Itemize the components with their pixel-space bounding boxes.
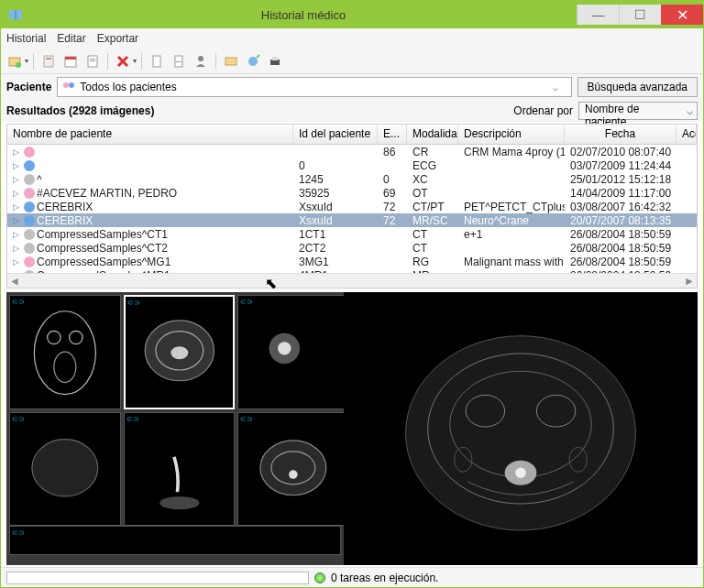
svg-point-34 [260,441,326,495]
svg-rect-0 [9,10,15,19]
svg-point-28 [170,346,188,359]
chevron-down-icon: ⌵ [553,82,567,93]
cell-mod: ECG [407,159,458,172]
patient-type-icon [24,256,35,267]
thumbnail-4[interactable]: ⊂⊃ [9,412,121,527]
svg-point-23 [48,331,60,343]
results-grid: ⬉ Nombre de paciente Id del paciente E..… [6,124,698,289]
thumbnail-strip[interactable]: ⊂⊃ [9,526,341,555]
expand-icon[interactable]: ▷ [13,216,22,225]
grid-body[interactable]: ▷86CRCRM Mama 4proy (18x02/07/2010 08:07… [7,145,697,273]
cell-desc: Malignant mass with mi [458,256,565,268]
report-button[interactable] [82,51,103,71]
col-date[interactable]: Fecha [565,125,676,144]
user-button[interactable] [191,51,211,71]
cell-e: 69 [378,187,407,200]
svg-point-37 [406,336,636,530]
svg-rect-11 [90,60,95,61]
col-e[interactable]: E... [378,125,407,144]
cell-mod: MR/SC [407,214,458,227]
svg-point-24 [70,331,82,343]
col-desc[interactable]: Descripción [458,125,565,144]
delete-button[interactable] [113,51,133,71]
svg-rect-2 [15,10,16,19]
table-row[interactable]: ▷^12450XC25/01/2012 15:12:18 [7,172,697,186]
patient-type-icon [24,188,35,199]
cell-e: 0 [378,173,407,186]
print-button[interactable] [265,51,285,71]
calendar-button[interactable] [60,51,81,71]
cell-mod: RG [407,256,458,268]
thumbnail-3[interactable]: ⊂⊃ [237,295,349,409]
expand-icon[interactable]: ▷ [13,202,22,212]
patient-type-icon [24,201,35,212]
cell-mod: CT [407,228,458,241]
thumbnail-1[interactable]: ⊂⊃ [9,295,121,409]
close-button[interactable]: ✕ [661,5,703,25]
thumbnail-2[interactable]: ⊂⊃ [124,295,236,409]
cell-mod: OT [407,187,458,200]
col-pid[interactable]: Id del paciente [293,125,378,144]
cell-name: CEREBRIX [37,201,93,213]
expand-icon[interactable]: ▷ [13,175,22,184]
delete-dropdown[interactable]: ▾ [133,57,137,65]
cell-pid: 3MG1 [293,256,378,268]
patient-combo[interactable]: Todos los pacientes ⌵ [57,77,571,97]
cell-date: 14/04/2009 11:17:00 [565,187,676,200]
svg-rect-10 [90,59,95,60]
advanced-search-button[interactable]: Búsqueda avanzada [578,77,698,97]
expand-icon[interactable]: ▷ [13,189,22,198]
col-name[interactable]: Nombre de paciente [7,125,293,144]
maximize-button[interactable]: ☐ [619,5,661,25]
table-row[interactable]: ▷86CRCRM Mama 4proy (18x02/07/2010 08:07… [7,145,697,158]
table-row[interactable]: ▷CEREBRIXXsxuId72CT/PTPET^PETCT_CTplusFE… [7,200,697,213]
thumbnail-6[interactable]: ⊂⊃ [237,412,349,527]
doc1-button[interactable] [147,51,167,71]
share-button[interactable] [243,51,263,71]
patient-type-icon [24,229,35,240]
table-row[interactable]: ▷#ACEVEZ MARTIN, PEDRO3592569OT14/04/200… [7,186,697,200]
thumbnail-5[interactable]: ⊂⊃ [124,412,236,527]
import-dropdown[interactable]: ▾ [25,57,28,65]
doc2-button[interactable] [169,51,189,71]
table-row[interactable]: ▷CompressedSamples^CT22CT2CT26/08/2004 1… [7,241,697,255]
import-button[interactable] [5,51,25,71]
cell-pid: XsxuId [293,214,378,227]
window-title: Historial médico [30,8,577,22]
send-button[interactable] [221,51,241,71]
grid-hscrollbar[interactable]: ◄► [7,273,697,288]
svg-rect-1 [16,10,22,19]
expand-icon[interactable]: ▷ [13,230,22,239]
svg-rect-5 [44,56,53,67]
table-row[interactable]: ▷CEREBRIXXsxuId72MR/SCNeuro^Crane20/07/2… [7,213,697,227]
patient-type-icon [24,174,35,185]
expand-icon[interactable]: ▷ [13,161,22,170]
table-row[interactable]: ▷CompressedSamples^CT11CT1CTe+126/08/200… [7,227,697,241]
clipboard-button[interactable] [38,51,59,71]
patient-filter-row: Paciente Todos los pacientes ⌵ Búsqueda … [1,74,703,100]
col-mod[interactable]: Modalidad [407,125,458,144]
cell-name: CompressedSamples^CT2 [37,242,168,255]
table-row[interactable]: ▷CompressedSamples^MG13MG1RGMalignant ma… [7,255,697,268]
thumbnail-panel: ⊂⊃ ⊂⊃ ⊂⊃ ⊂⊃ ⊂⊃ ⊂⊃ ⊂⊃ [6,292,344,565]
cell-mod: CR [407,146,458,158]
expand-icon[interactable]: ▷ [13,147,22,157]
cell-name: #ACEVEZ MARTIN, PEDRO [37,187,177,200]
grid-header: Nombre de paciente Id del paciente E... … [7,125,697,145]
sort-select[interactable]: Nombre de paciente [578,102,698,120]
expand-icon[interactable]: ▷ [13,257,22,267]
titlebar: Historial médico — ☐ ✕ [1,1,703,28]
patient-combo-text: Todos los pacientes [80,81,552,93]
patient-type-icon [24,147,35,158]
menu-exportar[interactable]: Exportar [97,32,138,45]
preview-pane: ⊂⊃ ⊂⊃ ⊂⊃ ⊂⊃ ⊂⊃ ⊂⊃ ⊂⊃ [6,292,698,565]
image-viewer[interactable] [344,292,698,565]
menu-historial[interactable]: Historial [6,32,46,45]
expand-icon[interactable]: ▷ [13,244,22,253]
menu-editar[interactable]: Editar [57,32,85,45]
patient-type-icon [24,243,35,254]
table-row[interactable]: ▷0ECG03/07/2009 11:24:44 [7,158,697,172]
svg-point-25 [54,352,76,383]
col-acc[interactable]: Acc [676,125,697,144]
minimize-button[interactable]: — [577,5,619,25]
